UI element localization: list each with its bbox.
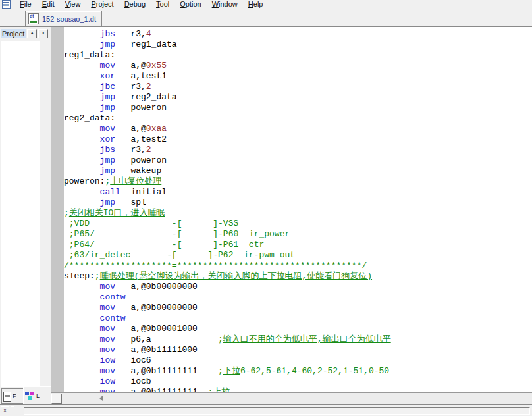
- code-line: mov a,@0b00000000: [64, 282, 532, 292]
- code-line: jmp poweron: [64, 155, 532, 166]
- statusbar-field: [24, 407, 530, 415]
- code-line: ;P64/ -[ ]-P61 ctr: [64, 240, 532, 250]
- statusbar-close-icon[interactable]: x: [1, 406, 9, 415]
- project-panel-title: Project: [1, 29, 26, 38]
- code-line: poweron:;上电复位处理: [64, 176, 532, 187]
- app-document-icon: [2, 0, 11, 9]
- code-line: ;P65/ -[ ]-P60 ir_power: [64, 229, 532, 240]
- menu-items: FileEditViewProjectDebugToolOptionWindow…: [14, 0, 268, 9]
- code-line: reg1_data:: [64, 50, 532, 61]
- menu-help[interactable]: Help: [243, 0, 269, 9]
- document-tab[interactable]: dt 152-sousao_1.dt: [25, 11, 102, 26]
- panel-minimize-button[interactable]: ▲: [27, 29, 37, 38]
- code-line: mov a,@0x55: [64, 61, 532, 71]
- code-line: call initial: [64, 187, 532, 197]
- project-panel: Project ▲ x F L: [0, 27, 41, 389]
- code-line: ;关闭相关IO口，进入睡眠: [64, 208, 532, 219]
- code-line: /********************=******************…: [64, 261, 532, 271]
- code-line: mov a,@0b11111000: [64, 345, 532, 355]
- code-line: mov a,@0b00000000: [64, 303, 532, 313]
- panel-tab-blocks[interactable]: L: [23, 386, 53, 405]
- code-line: iow ioc6: [64, 355, 532, 366]
- panel-tab-files-label: F: [13, 393, 16, 400]
- menu-file[interactable]: File: [14, 0, 37, 9]
- document-tab-bar: dt 152-sousao_1.dt: [0, 9, 532, 27]
- horizontal-scrollbar[interactable]: [51, 392, 532, 404]
- code-line: jmp wakeup: [64, 166, 532, 176]
- code-line: ;63/ir_detec -[ ]-P62 ir-pwm out: [64, 250, 532, 261]
- menu-view[interactable]: View: [60, 0, 86, 9]
- menu-tool[interactable]: Tool: [151, 0, 174, 9]
- code-line: mov a,@0xaa: [64, 124, 532, 134]
- document-tab-label: 152-sousao_1.dt: [42, 15, 96, 23]
- code-line: jbc r3,2: [64, 82, 532, 92]
- statusbar-grip[interactable]: [11, 406, 14, 415]
- menu-window[interactable]: Window: [207, 0, 243, 9]
- dt-file-icon: dt: [28, 13, 39, 24]
- menu-option[interactable]: Option: [174, 0, 206, 9]
- code-line: jbs r3,4: [64, 29, 532, 39]
- panel-tab-files[interactable]: F: [1, 388, 26, 404]
- status-bar: x: [0, 404, 532, 416]
- code-text-area[interactable]: jbs r3,4 jmp reg1_datareg1_data: mov a,@…: [51, 27, 532, 392]
- scrollbar-thumb[interactable]: [51, 394, 62, 404]
- code-line: jmp poweron: [64, 103, 532, 113]
- code-line: contw: [64, 313, 532, 324]
- code-line: xor a,test1: [64, 71, 532, 82]
- panel-close-button[interactable]: x: [38, 29, 48, 38]
- code-line: sleep:;睡眠处理(悬空脚设为输出，关闭输入脚的上下拉电阻,使能看门狗复位): [64, 271, 532, 282]
- ide-window: FileEditViewProjectDebugToolOptionWindow…: [0, 0, 532, 416]
- project-tree-area[interactable]: [1, 41, 40, 387]
- code-editor[interactable]: jbs r3,4 jmp reg1_datareg1_data: mov a,@…: [51, 27, 532, 392]
- code-line: mov a,@0b11111111 ;上拉: [64, 387, 532, 392]
- menu-project[interactable]: Project: [86, 0, 119, 9]
- menu-bar: FileEditViewProjectDebugToolOptionWindow…: [0, 0, 532, 9]
- dt-file-icon-text: dt: [30, 14, 34, 18]
- menu-debug[interactable]: Debug: [119, 0, 151, 9]
- project-panel-titlebar: Project ▲ x: [0, 28, 41, 39]
- code-line: xor a,test2: [64, 134, 532, 145]
- code-line: contw: [64, 292, 532, 303]
- code-line: jbs r3,2: [64, 145, 532, 155]
- code-line: mov p6,a ;输入口不用的全为低电平,输出口全为低电平: [64, 334, 532, 345]
- code-line: jmp spl: [64, 197, 532, 208]
- code-line: jmp reg1_data: [64, 39, 532, 50]
- document-icon: [3, 392, 11, 402]
- code-line: mov a,@0b00001000: [64, 324, 532, 334]
- code-line: mov a,@0b11111111 ;下拉6-62,5-61,4-60,2-52…: [64, 366, 532, 377]
- code-line: jmp reg2_data: [64, 92, 532, 103]
- code-line: reg2_data:: [64, 113, 532, 124]
- blocks-icon: [25, 392, 35, 400]
- panel-tab-blocks-label: L: [36, 392, 40, 399]
- code-line: ;VDD -[ ]-VSS: [64, 219, 532, 229]
- scroll-left-icon[interactable]: [97, 396, 103, 401]
- menu-edit[interactable]: Edit: [37, 0, 60, 9]
- code-line: iow iocb: [64, 377, 532, 387]
